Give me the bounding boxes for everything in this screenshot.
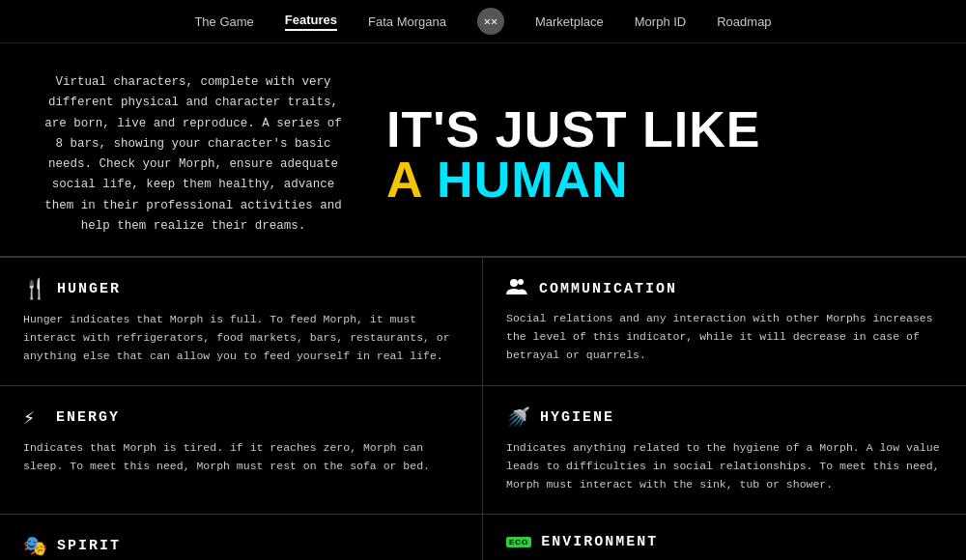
hero-description: Virtual characters, complete with very d… (39, 72, 348, 237)
hygiene-icon: 🚿 (506, 406, 530, 430)
feature-energy-header: ⚡ ENERGY (23, 406, 459, 430)
features-grid: 🍴 HUNGER Hunger indicates that Morph is … (0, 257, 966, 560)
nav-morph-id[interactable]: Morph ID (635, 14, 686, 29)
spirit-icon: 🎭 (23, 534, 47, 558)
feature-communication-desc: Social relations and any interaction wit… (506, 310, 943, 365)
feature-spirit: 🎭 SPIRIT Morph may like different activi… (0, 515, 483, 560)
nav-features[interactable]: Features (285, 13, 337, 31)
feature-spirit-header: 🎭 SPIRIT (23, 534, 459, 558)
hunger-icon: 🍴 (23, 277, 47, 301)
feature-hygiene-title: HYGIENE (540, 409, 614, 426)
hero-title-human: HUMAN (437, 152, 629, 208)
feature-hygiene-header: 🚿 HYGIENE (506, 406, 943, 430)
nav-roadmap[interactable]: Roadmap (717, 14, 771, 29)
nav-the-game[interactable]: The Game (194, 14, 253, 29)
hero-title-line1: IT'S JUST LIKE (386, 104, 927, 154)
feature-communication-title: COMMUNICATION (539, 281, 677, 297)
svg-point-1 (518, 279, 524, 285)
feature-hunger-title: HUNGER (57, 281, 121, 297)
nav-fata-morgana[interactable]: Fata Morgana (368, 14, 446, 29)
hero-title-a: A (386, 152, 422, 208)
feature-spirit-title: SPIRIT (57, 538, 121, 554)
feature-environment-header: ECO ENVIRONMENT (506, 534, 943, 550)
feature-environment: ECO ENVIRONMENT A well-kept and clean ho… (483, 515, 966, 560)
feature-communication: COMMUNICATION Social relations and any i… (483, 258, 966, 386)
nav-marketplace[interactable]: Marketplace (535, 14, 604, 29)
nav-logo[interactable]: ✕✕ (477, 8, 504, 35)
feature-energy-title: ENERGY (56, 409, 120, 426)
environment-icon: ECO (506, 537, 531, 547)
feature-environment-title: ENVIRONMENT (541, 534, 658, 550)
navigation: The Game Features Fata Morgana ✕✕ Market… (0, 0, 966, 43)
feature-hygiene: 🚿 HYGIENE Indicates anything related to … (483, 386, 966, 515)
energy-icon: ⚡ (23, 406, 46, 430)
feature-hunger: 🍴 HUNGER Hunger indicates that Morph is … (0, 258, 483, 386)
feature-hunger-desc: Hunger indicates that Morph is full. To … (23, 311, 459, 366)
hero-section: Virtual characters, complete with very d… (0, 43, 966, 257)
feature-communication-header: COMMUNICATION (506, 277, 943, 300)
feature-energy: ⚡ ENERGY Indicates that Morph is tired. … (0, 386, 483, 515)
feature-energy-desc: Indicates that Morph is tired. if it rea… (23, 439, 459, 476)
hero-title-line2: A HUMAN (386, 154, 927, 205)
feature-hunger-header: 🍴 HUNGER (23, 277, 459, 301)
hero-title: IT'S JUST LIKE A HUMAN (386, 104, 927, 205)
svg-point-0 (510, 279, 518, 287)
feature-hygiene-desc: Indicates anything related to the hygien… (506, 439, 943, 494)
communication-icon (506, 277, 529, 300)
